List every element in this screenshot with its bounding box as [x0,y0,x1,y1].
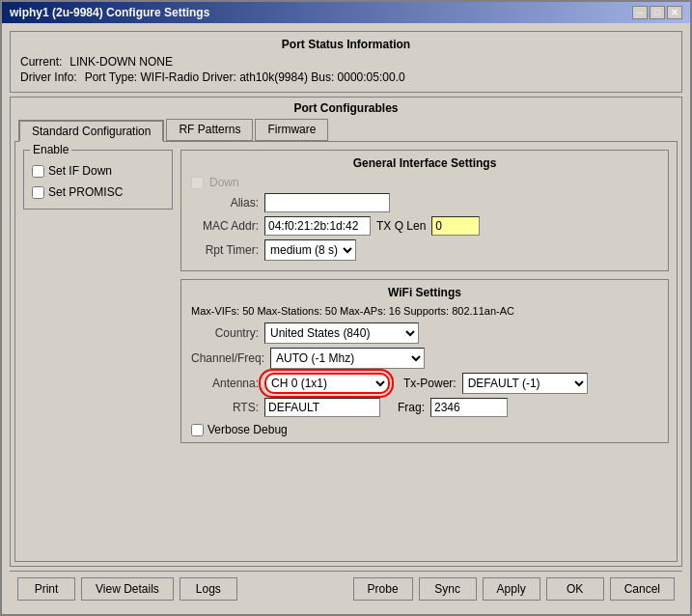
tab-rf-patterns[interactable]: RF Patterns [166,119,253,141]
txpower-select[interactable]: DEFAULT (-1) [462,373,588,394]
channel-select[interactable]: AUTO (-1 Mhz) [270,348,425,369]
alias-label: Alias: [191,196,259,210]
down-label: Down [209,176,239,189]
antenna-row: Antenna: CH 0 (1x1) Tx-Power: DEFAULT (-… [191,373,658,394]
enable-legend: Enable [30,143,71,156]
frag-input[interactable] [430,398,508,417]
driver-value: Port Type: WIFI-Radio Driver: ath10k(998… [85,70,405,84]
set-promisc-row: Set PROMISC [32,185,164,199]
wifi-settings-section: WiFi Settings Max-VIFs: 50 Max-Stations:… [180,279,669,443]
port-status-current-row: Current: LINK-DOWN NONE [20,55,672,69]
set-if-down-row: Set IF Down [32,164,164,178]
txq-label: TX Q Len [376,219,426,233]
current-value: LINK-DOWN NONE [69,55,173,69]
txq-input[interactable] [431,216,480,236]
port-status-title: Port Status Information [20,38,672,51]
main-window: wiphy1 (2u-9984) Configure Settings ─ □ … [0,0,692,616]
ok-button[interactable]: OK [546,577,604,601]
down-row: Down [191,176,658,189]
rts-label: RTS: [191,401,259,414]
country-select[interactable]: United States (840) [264,322,419,344]
set-promisc-checkbox[interactable] [32,186,44,199]
window-title: wiphy1 (2u-9984) Configure Settings [10,6,209,19]
right-panel: General Interface Settings Down Alias: M… [180,150,669,553]
wifi-settings-title: WiFi Settings [191,286,658,299]
tab-content-standard: Enable Set IF Down Set PROMISC [14,141,678,562]
txpower-label: Tx-Power: [403,377,457,390]
mac-addr-label: MAC Addr: [191,219,259,233]
general-settings-section: General Interface Settings Down Alias: M… [180,150,669,271]
driver-label: Driver Info: [20,70,77,84]
apply-button[interactable]: Apply [483,577,540,601]
port-status-section: Port Status Information Current: LINK-DO… [10,31,682,93]
rpt-timer-label: Rpt Timer: [191,243,259,257]
set-if-down-label: Set IF Down [48,164,112,178]
channel-label: Channel/Freq: [191,351,264,365]
left-panel: Enable Set IF Down Set PROMISC [23,150,173,553]
antenna-select[interactable]: CH 0 (1x1) [264,373,390,394]
antenna-oval-wrapper: CH 0 (1x1) [264,373,390,394]
sync-button[interactable]: Sync [419,577,477,601]
verbose-debug-label: Verbose Debug [208,423,288,436]
tab-standard-configuration[interactable]: Standard Configuration [18,120,164,142]
bottom-bar: Print View Details Logs Probe Sync Apply… [10,571,682,606]
print-button[interactable]: Print [17,577,75,601]
minimize-button[interactable]: ─ [632,6,648,19]
mac-addr-row: MAC Addr: TX Q Len [191,216,658,236]
rpt-timer-row: Rpt Timer: medium (8 s) [191,239,658,261]
alias-row: Alias: [191,193,658,212]
set-if-down-checkbox[interactable] [32,165,44,178]
logs-button[interactable]: Logs [180,577,237,601]
rts-row: RTS: Frag: [191,398,658,417]
main-content: Port Status Information Current: LINK-DO… [2,23,690,614]
alias-input[interactable] [264,193,390,212]
close-button[interactable]: ✕ [667,6,682,19]
rpt-timer-select[interactable]: medium (8 s) [264,239,356,261]
antenna-label: Antenna: [191,377,259,390]
tab-firmware[interactable]: Firmware [255,119,328,141]
port-status-driver-row: Driver Info: Port Type: WIFI-Radio Drive… [20,70,672,84]
verbose-debug-checkbox[interactable] [191,424,204,436]
title-bar: wiphy1 (2u-9984) Configure Settings ─ □ … [2,2,690,23]
mac-addr-input[interactable] [264,216,371,236]
country-label: Country: [191,326,259,340]
tab-bar: Standard Configuration RF Patterns Firmw… [11,119,681,141]
frag-label: Frag: [398,401,425,414]
verbose-row: Verbose Debug [191,423,658,436]
port-configurables-title: Port Configurables [11,98,681,119]
rts-input[interactable] [264,398,380,417]
probe-button[interactable]: Probe [353,577,413,601]
enable-group: Enable Set IF Down Set PROMISC [23,150,173,210]
wifi-info: Max-VIFs: 50 Max-Stations: 50 Max-APs: 1… [191,305,658,317]
port-configurables: Port Configurables Standard Configuratio… [10,97,682,567]
channel-row: Channel/Freq: AUTO (-1 Mhz) [191,348,658,369]
set-promisc-label: Set PROMISC [48,185,123,199]
country-row: Country: United States (840) [191,322,658,344]
cancel-button[interactable]: Cancel [610,577,675,601]
view-details-button[interactable]: View Details [81,577,174,601]
window-controls: ─ □ ✕ [632,6,682,19]
down-checkbox[interactable] [191,177,204,189]
general-settings-title: General Interface Settings [191,156,658,170]
maximize-button[interactable]: □ [650,6,665,19]
current-label: Current: [20,55,62,69]
